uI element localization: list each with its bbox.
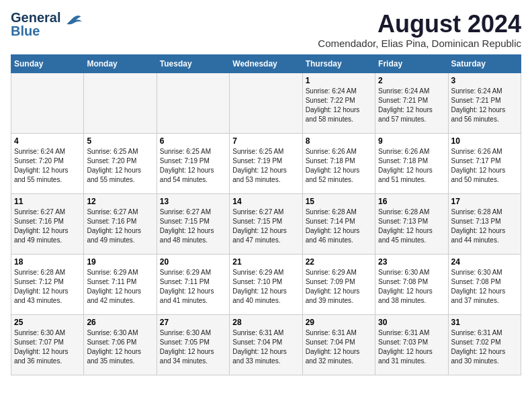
day-number: 25 [14,318,81,327]
day-info: Sunrise: 6:29 AMSunset: 7:10 PMDaylight:… [232,268,299,306]
day-number: 4 [14,136,81,146]
day-info: Sunrise: 6:29 AMSunset: 7:11 PMDaylight:… [87,268,153,306]
day-number: 21 [232,257,299,267]
calendar-cell: 23 Sunrise: 6:30 AMSunset: 7:08 PMDaylig… [375,254,448,314]
calendar-cell: 3 Sunrise: 6:24 AMSunset: 7:21 PMDayligh… [448,73,521,133]
header-saturday: Saturday [448,54,521,73]
day-number: 19 [87,257,153,267]
day-number: 10 [451,136,518,146]
day-number: 27 [160,318,226,327]
header-sunday: Sunday [11,54,84,73]
calendar-cell: 1 Sunrise: 6:24 AMSunset: 7:22 PMDayligh… [302,73,375,133]
day-number: 22 [306,257,372,267]
day-number: 3 [451,76,518,85]
calendar-header-row: SundayMondayTuesdayWednesdayThursdayFrid… [11,54,521,73]
logo-general: General [11,10,60,25]
day-number: 15 [306,197,372,206]
calendar-cell: 31 Sunrise: 6:31 AMSunset: 7:02 PMDaylig… [448,314,521,375]
day-number: 7 [232,136,299,146]
day-number: 8 [306,136,372,146]
header-thursday: Thursday [302,54,375,73]
calendar-cell: 5 Sunrise: 6:25 AMSunset: 7:20 PMDayligh… [84,133,157,193]
calendar-week-4: 18 Sunrise: 6:28 AMSunset: 7:12 PMDaylig… [11,254,521,314]
calendar-cell [11,73,84,133]
calendar-cell: 30 Sunrise: 6:31 AMSunset: 7:03 PMDaylig… [375,314,448,375]
day-info: Sunrise: 6:25 AMSunset: 7:19 PMDaylight:… [160,147,226,185]
day-info: Sunrise: 6:25 AMSunset: 7:19 PMDaylight:… [232,147,299,185]
day-info: Sunrise: 6:26 AMSunset: 7:18 PMDaylight:… [306,147,372,185]
day-number: 28 [232,318,299,327]
calendar-cell: 16 Sunrise: 6:28 AMSunset: 7:13 PMDaylig… [375,193,448,254]
day-number: 23 [378,257,445,267]
day-info: Sunrise: 6:24 AMSunset: 7:22 PMDaylight:… [306,87,372,124]
calendar-cell: 22 Sunrise: 6:29 AMSunset: 7:09 PMDaylig… [302,254,375,314]
calendar-cell: 20 Sunrise: 6:29 AMSunset: 7:11 PMDaylig… [157,254,229,314]
logo-blue: Blue [11,24,40,38]
header-tuesday: Tuesday [157,54,229,73]
day-number: 31 [451,318,518,327]
calendar-cell: 25 Sunrise: 6:30 AMSunset: 7:07 PMDaylig… [11,314,84,375]
day-info: Sunrise: 6:29 AMSunset: 7:09 PMDaylight:… [306,268,372,306]
day-info: Sunrise: 6:28 AMSunset: 7:13 PMDaylight:… [378,208,445,245]
calendar-cell: 8 Sunrise: 6:26 AMSunset: 7:18 PMDayligh… [302,133,375,193]
logo: General Blue [11,11,82,38]
day-number: 14 [232,197,299,206]
day-info: Sunrise: 6:29 AMSunset: 7:11 PMDaylight:… [160,268,226,306]
day-info: Sunrise: 6:31 AMSunset: 7:04 PMDaylight:… [232,328,299,366]
day-number: 2 [378,76,445,85]
day-info: Sunrise: 6:27 AMSunset: 7:16 PMDaylight:… [14,208,81,245]
header-friday: Friday [375,54,448,73]
calendar-cell: 4 Sunrise: 6:24 AMSunset: 7:20 PMDayligh… [11,133,84,193]
calendar-cell: 26 Sunrise: 6:30 AMSunset: 7:06 PMDaylig… [84,314,157,375]
day-info: Sunrise: 6:31 AMSunset: 7:04 PMDaylight:… [306,328,372,366]
day-info: Sunrise: 6:26 AMSunset: 7:17 PMDaylight:… [451,147,518,185]
day-number: 11 [14,197,81,206]
calendar-cell: 29 Sunrise: 6:31 AMSunset: 7:04 PMDaylig… [302,314,375,375]
day-info: Sunrise: 6:24 AMSunset: 7:21 PMDaylight:… [378,87,445,124]
header-monday: Monday [84,54,157,73]
calendar-week-5: 25 Sunrise: 6:30 AMSunset: 7:07 PMDaylig… [11,314,521,375]
day-info: Sunrise: 6:26 AMSunset: 7:18 PMDaylight:… [378,147,445,185]
logo-bird-icon [62,11,82,32]
calendar-week-1: 1 Sunrise: 6:24 AMSunset: 7:22 PMDayligh… [11,73,521,133]
calendar-week-3: 11 Sunrise: 6:27 AMSunset: 7:16 PMDaylig… [11,193,521,254]
day-info: Sunrise: 6:31 AMSunset: 7:02 PMDaylight:… [451,328,518,366]
day-number: 12 [87,197,153,206]
day-info: Sunrise: 6:25 AMSunset: 7:20 PMDaylight:… [87,147,153,185]
day-info: Sunrise: 6:30 AMSunset: 7:08 PMDaylight:… [378,268,445,306]
day-number: 29 [306,318,372,327]
day-info: Sunrise: 6:28 AMSunset: 7:13 PMDaylight:… [451,208,518,245]
day-info: Sunrise: 6:27 AMSunset: 7:16 PMDaylight:… [87,208,153,245]
calendar-cell: 10 Sunrise: 6:26 AMSunset: 7:17 PMDaylig… [448,133,521,193]
day-number: 5 [87,136,153,146]
day-info: Sunrise: 6:24 AMSunset: 7:21 PMDaylight:… [451,87,518,124]
day-number: 1 [306,76,372,85]
calendar-cell: 15 Sunrise: 6:28 AMSunset: 7:14 PMDaylig… [302,193,375,254]
day-number: 26 [87,318,153,327]
day-number: 20 [160,257,226,267]
day-number: 13 [160,197,226,206]
day-number: 16 [378,197,445,206]
day-number: 30 [378,318,445,327]
day-info: Sunrise: 6:28 AMSunset: 7:14 PMDaylight:… [306,208,372,245]
calendar-cell: 24 Sunrise: 6:30 AMSunset: 7:08 PMDaylig… [448,254,521,314]
month-title: August 2024 [318,11,521,38]
day-info: Sunrise: 6:24 AMSunset: 7:20 PMDaylight:… [14,147,81,185]
day-number: 18 [14,257,81,267]
header-wednesday: Wednesday [230,54,302,73]
day-number: 17 [451,197,518,206]
calendar-cell [230,73,302,133]
calendar-cell: 2 Sunrise: 6:24 AMSunset: 7:21 PMDayligh… [375,73,448,133]
calendar-cell: 6 Sunrise: 6:25 AMSunset: 7:19 PMDayligh… [157,133,229,193]
calendar-table: SundayMondayTuesdayWednesdayThursdayFrid… [11,54,521,375]
calendar-cell: 14 Sunrise: 6:27 AMSunset: 7:15 PMDaylig… [230,193,302,254]
day-info: Sunrise: 6:27 AMSunset: 7:15 PMDaylight:… [160,208,226,245]
calendar-week-2: 4 Sunrise: 6:24 AMSunset: 7:20 PMDayligh… [11,133,521,193]
day-info: Sunrise: 6:31 AMSunset: 7:03 PMDaylight:… [378,328,445,366]
day-info: Sunrise: 6:30 AMSunset: 7:07 PMDaylight:… [14,328,81,366]
day-info: Sunrise: 6:27 AMSunset: 7:15 PMDaylight:… [232,208,299,245]
calendar-cell: 19 Sunrise: 6:29 AMSunset: 7:11 PMDaylig… [84,254,157,314]
calendar-cell: 28 Sunrise: 6:31 AMSunset: 7:04 PMDaylig… [230,314,302,375]
calendar-cell: 9 Sunrise: 6:26 AMSunset: 7:18 PMDayligh… [375,133,448,193]
calendar-cell: 17 Sunrise: 6:28 AMSunset: 7:13 PMDaylig… [448,193,521,254]
